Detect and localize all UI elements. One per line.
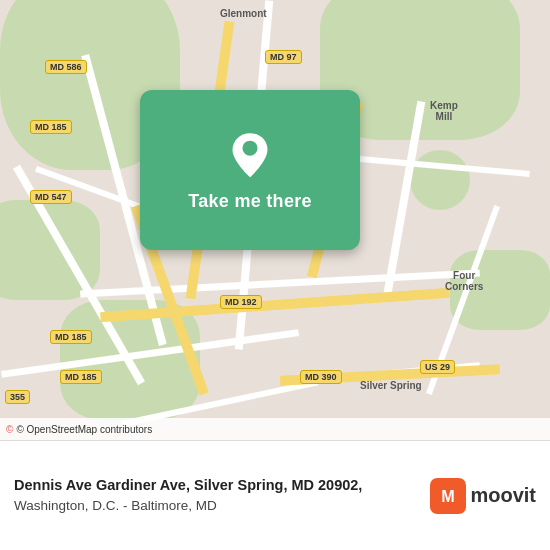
label-silver-spring: Silver Spring <box>360 380 422 391</box>
badge-us29: US 29 <box>420 360 455 374</box>
map-attribution: © © OpenStreetMap contributors <box>0 418 550 440</box>
osm-logo: © <box>6 424 13 435</box>
label-kemp-mill: KempMill <box>430 100 458 122</box>
label-four-corners: FourCorners <box>445 270 483 292</box>
address-line1: Dennis Ave Gardiner Ave, Silver Spring, … <box>14 475 418 496</box>
svg-text:M: M <box>442 487 455 505</box>
green-area-5 <box>410 150 470 210</box>
take-me-there-button[interactable]: Take me there <box>140 90 360 250</box>
badge-md185-top: MD 185 <box>30 120 72 134</box>
badge-md192: MD 192 <box>220 295 262 309</box>
badge-md547: MD 547 <box>30 190 72 204</box>
svg-point-0 <box>243 140 258 155</box>
badge-355: 355 <box>5 390 30 404</box>
bottom-info-bar: Dennis Ave Gardiner Ave, Silver Spring, … <box>0 440 550 550</box>
badge-md185-bot: MD 185 <box>50 330 92 344</box>
moovit-text: moovit <box>470 484 536 507</box>
badge-md586: MD 586 <box>45 60 87 74</box>
address-block: Dennis Ave Gardiner Ave, Silver Spring, … <box>14 475 418 516</box>
attribution-text: © OpenStreetMap contributors <box>16 424 152 435</box>
badge-md185-bot2: MD 185 <box>60 370 102 384</box>
pin-shape-icon <box>225 129 275 179</box>
moovit-logo: M moovit <box>430 478 536 514</box>
badge-md97: MD 97 <box>265 50 302 64</box>
address-line2: Washington, D.C. - Baltimore, MD <box>14 496 418 516</box>
badge-md390: MD 390 <box>300 370 342 384</box>
moovit-icon: M <box>430 478 466 514</box>
button-label: Take me there <box>188 191 312 212</box>
label-glenmont: Glenmont <box>220 8 267 19</box>
map-view: MD 586 MD 97 MD 185 MD 547 MD 185 MD 192… <box>0 0 550 440</box>
